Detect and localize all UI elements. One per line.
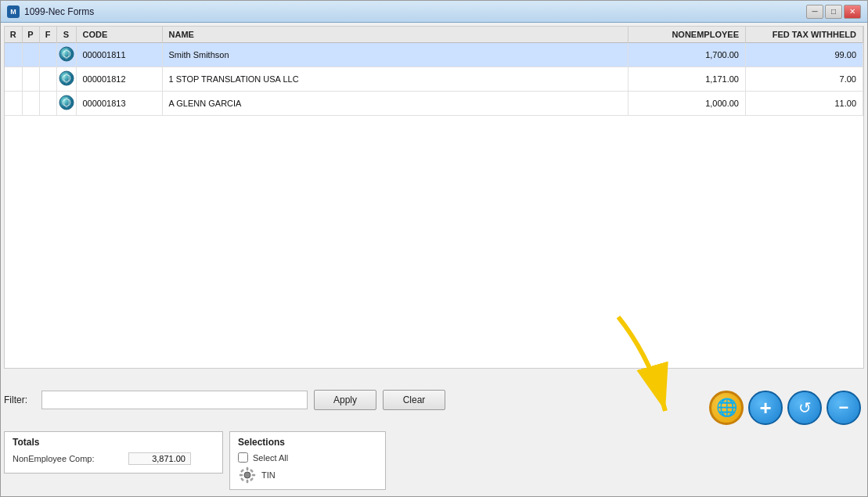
table-row[interactable]: 000001811 Smith Smithson 1,700.00 99.00 <box>5 43 863 67</box>
cell-s <box>56 92 76 116</box>
svg-point-7 <box>244 472 250 478</box>
cell-nonemployee: 1,700.00 <box>628 43 746 67</box>
title-bar-left: M 1099-Nec Forms <box>7 5 94 18</box>
svg-rect-12 <box>240 469 243 472</box>
data-table: R P F S CODE NAME NONEMPLOYEE FED TAX WI… <box>5 27 863 116</box>
window-title: 1099-Nec Forms <box>24 6 94 17</box>
col-header-r[interactable]: R <box>5 27 22 43</box>
cell-fedtax: 11.00 <box>746 92 863 116</box>
cell-f <box>39 43 56 67</box>
svg-rect-15 <box>250 469 253 472</box>
cell-fedtax: 7.00 <box>746 67 863 92</box>
nonemployee-comp-label: NonEmployee Comp: <box>13 454 122 463</box>
tin-row: TIN <box>238 466 377 484</box>
row-icon <box>59 95 74 110</box>
cell-r <box>5 92 22 116</box>
select-all-row: Select All <box>238 452 377 463</box>
minimize-button[interactable]: ─ <box>806 5 823 19</box>
cell-code: 000001811 <box>76 43 162 67</box>
row-icon <box>59 46 74 62</box>
bottom-bar: Filter: Apply Clear 🌐 + ↺ − <box>4 372 864 493</box>
minus-icon: − <box>839 398 849 418</box>
cell-name: A GLENN GARCIA <box>162 92 628 116</box>
cell-nonemployee: 1,000.00 <box>628 92 746 116</box>
col-header-f[interactable]: F <box>39 27 56 43</box>
svg-rect-8 <box>247 467 248 470</box>
add-button[interactable]: + <box>748 391 783 425</box>
table-row[interactable]: 000001812 1 STOP TRANSLATION USA LLC 1,1… <box>5 67 863 92</box>
icon-buttons-group: 🌐 + ↺ − <box>709 391 864 425</box>
close-button[interactable]: ✕ <box>844 5 861 19</box>
cell-p <box>22 92 39 116</box>
title-bar: M 1099-Nec Forms ─ □ ✕ <box>1 1 867 23</box>
plus-icon: + <box>759 396 771 420</box>
row-icon <box>59 70 74 86</box>
cell-nonemployee: 1,171.00 <box>628 67 746 92</box>
cell-name: 1 STOP TRANSLATION USA LLC <box>162 67 628 92</box>
cell-code: 000001813 <box>76 92 162 116</box>
gear-icon <box>238 466 257 484</box>
cell-f <box>39 67 56 92</box>
refresh-button[interactable]: ↺ <box>787 391 822 425</box>
col-header-s[interactable]: S <box>56 27 76 43</box>
cell-s <box>56 67 76 92</box>
app-icon: M <box>7 5 20 18</box>
svg-rect-13 <box>250 477 253 481</box>
nonemployee-comp-value: 3,871.00 <box>128 452 191 465</box>
cell-s <box>56 43 76 67</box>
col-header-code[interactable]: CODE <box>76 27 162 43</box>
totals-panel: Totals NonEmployee Comp: 3,871.00 <box>4 431 223 474</box>
refresh-icon: ↺ <box>798 398 812 417</box>
globe-button[interactable]: 🌐 <box>709 391 744 425</box>
svg-rect-10 <box>240 474 243 476</box>
cell-fedtax: 99.00 <box>746 43 863 67</box>
selections-panel: Selections Select All <box>229 431 386 490</box>
tin-label: TIN <box>261 470 276 480</box>
cell-code: 000001812 <box>76 67 162 92</box>
col-header-nonemployee[interactable]: NONEMPLOYEE <box>628 27 746 43</box>
filter-input[interactable] <box>41 391 308 409</box>
globe-icon: 🌐 <box>716 398 737 418</box>
col-header-name[interactable]: NAME <box>162 27 628 43</box>
svg-rect-14 <box>240 477 243 481</box>
restore-button[interactable]: □ <box>825 5 842 19</box>
table-row[interactable]: 000001813 A GLENN GARCIA 1,000.00 11.00 <box>5 92 863 116</box>
totals-title: Totals <box>13 437 214 448</box>
cell-p <box>22 67 39 92</box>
cell-p <box>22 43 39 67</box>
cell-name: Smith Smithson <box>162 43 628 67</box>
bottom-panels: Totals NonEmployee Comp: 3,871.00 Select… <box>4 431 864 493</box>
svg-rect-11 <box>252 474 255 476</box>
cell-r <box>5 67 22 92</box>
title-controls: ─ □ ✕ <box>806 5 861 19</box>
select-all-checkbox[interactable] <box>238 452 248 463</box>
select-all-label: Select All <box>253 453 288 463</box>
data-table-container[interactable]: R P F S CODE NAME NONEMPLOYEE FED TAX WI… <box>4 26 864 369</box>
totals-nonemployee-row: NonEmployee Comp: 3,871.00 <box>13 452 214 465</box>
col-header-p[interactable]: P <box>22 27 39 43</box>
cell-r <box>5 43 22 67</box>
main-window: M 1099-Nec Forms ─ □ ✕ R P F S CODE <box>0 0 868 497</box>
filter-row: Filter: Apply Clear 🌐 + ↺ − <box>4 372 864 428</box>
svg-rect-9 <box>247 480 248 483</box>
content-area: R P F S CODE NAME NONEMPLOYEE FED TAX WI… <box>1 23 867 496</box>
col-header-fedtax[interactable]: FED TAX WITHHELD <box>746 27 863 43</box>
apply-button[interactable]: Apply <box>314 390 376 410</box>
selections-title: Selections <box>238 437 377 448</box>
clear-button[interactable]: Clear <box>383 390 445 410</box>
remove-button[interactable]: − <box>827 391 861 425</box>
filter-label: Filter: <box>4 394 35 405</box>
cell-f <box>39 92 56 116</box>
